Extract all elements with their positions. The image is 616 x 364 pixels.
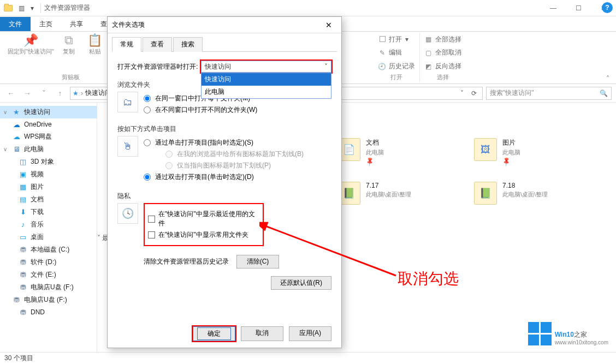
- address-dropdown-button[interactable]: ˅: [456, 89, 468, 97]
- tree-item-label: 图片: [31, 182, 44, 192]
- titlebar: ▥ ▾ 文件资源管理器 — ☐ ✕: [0, 0, 616, 16]
- up-button[interactable]: ↑: [54, 87, 67, 100]
- pin-icon: 📌: [364, 156, 375, 167]
- search-icon: 🔍: [600, 89, 608, 97]
- tree-item-label: 文档: [31, 195, 44, 204]
- radio-single-click[interactable]: [144, 139, 151, 146]
- tab-general[interactable]: 常规: [112, 37, 141, 52]
- tree-item-label: 快速访问: [24, 108, 50, 117]
- tree-item-icon: ◫: [19, 158, 27, 166]
- sidebar-tree[interactable]: ∨★快速访问☁OneDrive☁WPS网盘∨🖥此电脑◫3D 对象▣视频▦图片▤文…: [0, 103, 97, 352]
- tree-item-label: 电脑店U盘 (F:): [31, 283, 74, 292]
- refresh-button[interactable]: ⟳: [468, 89, 480, 97]
- file-item[interactable]: 📄 文档此电脑📌: [337, 138, 441, 165]
- sidebar-item[interactable]: ▣视频: [0, 168, 97, 181]
- cancel-button[interactable]: 取消: [241, 326, 283, 341]
- sidebar-item[interactable]: ⛃本地磁盘 (C:): [0, 243, 97, 256]
- sidebar-item[interactable]: ▭桌面: [0, 231, 97, 243]
- dialog-title: 文件夹选项: [112, 20, 145, 29]
- watermark: Win10之家 www.win10xitong.com: [528, 322, 608, 345]
- file-item[interactable]: 📗 7.17此电脑\桌面\整理: [337, 182, 441, 205]
- paste-button[interactable]: 📋粘贴: [84, 34, 106, 72]
- tree-item-label: 音乐: [31, 220, 44, 229]
- tree-item-icon: ☁: [12, 133, 21, 141]
- sidebar-item[interactable]: ▦图片: [0, 181, 97, 193]
- ok-button[interactable]: 确定: [193, 326, 235, 341]
- tab-home[interactable]: 主页: [31, 17, 61, 31]
- sidebar-item[interactable]: ⛃电脑店U盘 (F:): [0, 294, 97, 306]
- tree-item-icon: ⛃: [19, 308, 27, 317]
- tree-item-icon: ★: [12, 108, 21, 117]
- restore-defaults-button[interactable]: 还原默认值(R): [271, 276, 331, 290]
- combo-option[interactable]: 此电脑: [202, 86, 331, 98]
- tree-item-label: 此电脑: [24, 145, 44, 154]
- privacy-icon: 🕓: [117, 203, 138, 224]
- radio-underline-hover: [165, 162, 173, 169]
- copy-button[interactable]: ⧉复制: [57, 34, 80, 72]
- open-with-combo[interactable]: 快速访问 ˅ 快速访问 此电脑: [201, 61, 331, 73]
- recent-locations-button[interactable]: ˅: [37, 87, 50, 100]
- qat-item[interactable]: ▾: [27, 3, 37, 13]
- file-item[interactable]: 🖼 图片此电脑📌: [474, 138, 578, 165]
- clear-button[interactable]: 清除(C): [236, 255, 279, 268]
- tree-item-label: WPS网盘: [24, 132, 52, 141]
- combo-option[interactable]: 快速访问: [202, 73, 331, 86]
- open-button[interactable]: 🞎打开▾: [378, 35, 415, 44]
- tree-item-label: 下载: [31, 207, 44, 217]
- radio-same-window[interactable]: [144, 95, 151, 102]
- sidebar-item[interactable]: ⬇下载: [0, 206, 97, 218]
- click-section-label: 按如下方式单击项目: [117, 124, 331, 134]
- group-label: 剪贴板: [62, 73, 80, 81]
- sidebar-item[interactable]: ◫3D 对象: [0, 156, 97, 168]
- help-icon[interactable]: ?: [602, 2, 613, 13]
- select-all-button[interactable]: ▦全部选择: [424, 35, 461, 44]
- search-input[interactable]: 搜索"快速访问" 🔍: [486, 87, 612, 100]
- qat-item[interactable]: ▥: [16, 3, 26, 13]
- maximize-button[interactable]: ☐: [566, 0, 591, 16]
- checkbox-recent-files[interactable]: 在"快速访问"中显示最近使用的文件: [148, 210, 259, 228]
- dialog-footer: 确定 取消 应用(A): [117, 326, 331, 341]
- back-button[interactable]: ←: [4, 87, 17, 100]
- tab-share[interactable]: 共享: [61, 17, 92, 31]
- edit-button[interactable]: ✎编辑: [378, 48, 415, 57]
- sidebar-item[interactable]: ☁OneDrive: [0, 118, 97, 130]
- tree-item-icon: ▦: [19, 183, 27, 192]
- deselect-button[interactable]: ▢全部取消: [424, 48, 461, 57]
- forward-button[interactable]: →: [21, 87, 34, 100]
- radio-double-click[interactable]: [144, 174, 151, 181]
- sidebar-item[interactable]: ⛃软件 (D:): [0, 256, 97, 268]
- tree-item-label: 本地磁盘 (C:): [31, 245, 69, 254]
- clear-history-label: 清除文件资源管理器历史记录: [144, 257, 229, 266]
- tree-item-icon: ⛃: [12, 296, 21, 305]
- tab-file[interactable]: 文件: [0, 17, 31, 31]
- chevron-down-icon: ˅: [324, 63, 328, 70]
- sidebar-item[interactable]: ⛃DND: [0, 306, 97, 318]
- radio-diff-window[interactable]: [144, 106, 151, 114]
- sidebar-item[interactable]: ⛃文件 (E:): [0, 268, 97, 281]
- search-placeholder: 搜索"快速访问": [490, 88, 534, 98]
- sidebar-item[interactable]: ▤文档: [0, 193, 97, 206]
- sidebar-item[interactable]: ♪音乐: [0, 218, 97, 231]
- collapse-ribbon-icon[interactable]: ˄: [603, 75, 613, 82]
- history-button[interactable]: 🕘历史记录: [378, 62, 415, 71]
- tab-view-options[interactable]: 查看: [143, 37, 172, 52]
- apply-button[interactable]: 应用(A): [289, 326, 331, 341]
- watermark-logo-icon: [528, 322, 552, 345]
- tree-item-icon: ▤: [19, 195, 27, 204]
- invert-selection-button[interactable]: ◩反向选择: [424, 62, 461, 71]
- annotation-callout: 取消勾选: [398, 268, 459, 289]
- ribbon-group-open: 🞎打开▾ ✎编辑 🕘历史记录 打开: [374, 33, 420, 82]
- sidebar-item[interactable]: ∨🖥此电脑: [0, 143, 97, 156]
- tab-search-options[interactable]: 搜索: [173, 37, 203, 52]
- minimize-button[interactable]: —: [541, 0, 566, 16]
- dialog-close-button[interactable]: ✕: [321, 21, 337, 29]
- sidebar-item[interactable]: ∨★快速访问: [0, 106, 97, 118]
- tree-item-icon: ⛃: [19, 258, 27, 267]
- browse-icon: 🗂: [117, 92, 138, 112]
- sidebar-item[interactable]: ⛃电脑店U盘 (F:): [0, 281, 97, 294]
- combo-dropdown: 快速访问 此电脑: [201, 73, 331, 99]
- pin-to-quick-access-button[interactable]: 📌固定到"快速访问": [8, 34, 54, 72]
- file-item[interactable]: 📗 7.18此电脑\桌面\整理: [474, 182, 578, 205]
- sidebar-item[interactable]: ☁WPS网盘: [0, 130, 97, 143]
- checkbox-frequent-folders[interactable]: 在"快速访问"中显示常用文件夹: [148, 230, 259, 240]
